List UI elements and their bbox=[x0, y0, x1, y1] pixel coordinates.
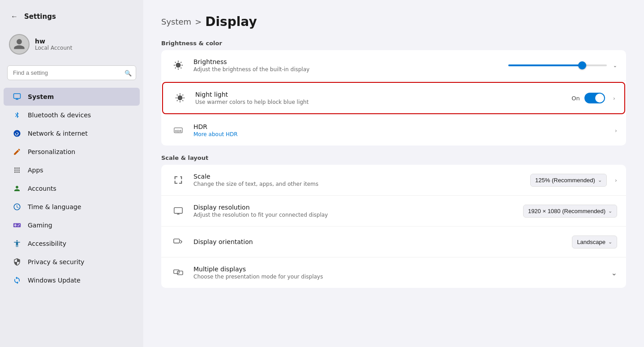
resolution-title: Display resolution bbox=[193, 204, 523, 211]
back-button[interactable]: ← bbox=[9, 11, 20, 22]
brightness-slider-wrap[interactable] bbox=[508, 64, 607, 66]
orientation-row[interactable]: Display orientation Landscape ⌄ bbox=[161, 227, 626, 257]
sidebar-item-apps[interactable]: Apps bbox=[4, 161, 140, 179]
sidebar-item-bluetooth[interactable]: Bluetooth & devices bbox=[4, 106, 140, 124]
resolution-dropdown[interactable]: 1920 × 1080 (Recommended) ⌄ bbox=[523, 205, 617, 218]
section-brightness-label: Brightness & color bbox=[161, 40, 626, 47]
sidebar-item-label-personalization: Personalization bbox=[28, 148, 75, 155]
scale-dropdown[interactable]: 125% (Recommended) ⌄ bbox=[530, 174, 607, 187]
search-box[interactable]: 🔍 bbox=[7, 65, 136, 80]
sidebar-item-label-privacy: Privacy & security bbox=[28, 258, 84, 266]
multiple-displays-chevron[interactable]: ⌄ bbox=[611, 269, 617, 277]
search-icon: 🔍 bbox=[125, 69, 132, 76]
night-light-icon bbox=[172, 90, 188, 106]
user-section: hw Local Account bbox=[0, 30, 143, 64]
brightness-control[interactable]: ⌄ bbox=[508, 63, 617, 69]
svg-rect-1 bbox=[16, 99, 18, 100]
night-light-control: On › bbox=[571, 93, 615, 103]
orientation-text: Display orientation bbox=[193, 238, 572, 245]
avatar bbox=[9, 34, 30, 55]
hdr-link[interactable]: More about HDR bbox=[193, 131, 611, 137]
night-light-row[interactable]: Night light Use warmer colors to help bl… bbox=[162, 82, 625, 114]
scale-text: Scale Change the size of text, apps, and… bbox=[193, 173, 530, 187]
scale-icon bbox=[170, 172, 186, 188]
sidebar-header: ← Settings bbox=[0, 7, 143, 30]
system-icon bbox=[13, 92, 21, 101]
update-icon bbox=[13, 276, 21, 285]
svg-rect-9 bbox=[174, 270, 179, 274]
sidebar-item-update[interactable]: Windows Update bbox=[4, 271, 140, 289]
scale-row[interactable]: Scale Change the size of text, apps, and… bbox=[161, 165, 626, 196]
resolution-row[interactable]: Display resolution Adjust the resolution… bbox=[161, 196, 626, 227]
scale-control[interactable]: 125% (Recommended) ⌄ › bbox=[530, 174, 617, 187]
account-type: Local Account bbox=[35, 45, 72, 51]
sidebar-item-label-accessibility: Accessibility bbox=[28, 240, 66, 247]
bluetooth-icon bbox=[13, 111, 21, 120]
gaming-icon bbox=[13, 221, 21, 230]
sidebar-item-gaming[interactable]: Gaming bbox=[4, 216, 140, 234]
personalization-icon bbox=[13, 147, 21, 156]
brightness-text: Brightness Adjust the brightness of the … bbox=[193, 58, 508, 73]
night-light-arrow: › bbox=[613, 95, 615, 102]
resolution-control[interactable]: 1920 × 1080 (Recommended) ⌄ bbox=[523, 205, 617, 218]
sidebar-item-accounts[interactable]: Accounts bbox=[4, 180, 140, 197]
night-light-toggle-label: On bbox=[571, 95, 580, 102]
accessibility-icon bbox=[13, 239, 21, 248]
sidebar-item-time[interactable]: Time & language bbox=[4, 198, 140, 216]
sidebar-item-network[interactable]: Network & internet bbox=[4, 124, 140, 142]
sidebar-item-personalization[interactable]: Personalization bbox=[4, 143, 140, 161]
orientation-value: Landscape bbox=[577, 239, 605, 245]
sidebar-nav: System Bluetooth & devices Network & int… bbox=[0, 87, 143, 290]
sidebar-item-accessibility[interactable]: Accessibility bbox=[4, 235, 140, 253]
brightness-title: Brightness bbox=[193, 58, 508, 65]
orientation-dropdown[interactable]: Landscape ⌄ bbox=[572, 236, 617, 248]
breadcrumb-system: System bbox=[161, 17, 191, 26]
breadcrumb: System > Display bbox=[161, 14, 626, 29]
scale-value: 125% (Recommended) bbox=[535, 177, 595, 184]
privacy-icon bbox=[13, 257, 21, 266]
main-content: System > Display Brightness & color Brig… bbox=[143, 0, 644, 347]
time-icon bbox=[13, 202, 21, 211]
hdr-title: HDR bbox=[193, 123, 611, 130]
hdr-row[interactable]: HDR HDR More about HDR › bbox=[161, 115, 626, 146]
network-icon bbox=[13, 129, 21, 138]
svg-text:HDR: HDR bbox=[175, 129, 182, 133]
sidebar-item-privacy[interactable]: Privacy & security bbox=[4, 253, 140, 271]
resolution-icon bbox=[170, 203, 186, 219]
night-light-toggle[interactable] bbox=[584, 93, 605, 103]
svg-rect-0 bbox=[14, 94, 21, 99]
brightness-slider-thumb[interactable] bbox=[578, 61, 586, 69]
sidebar-item-label-gaming: Gaming bbox=[28, 222, 52, 229]
settings-title: Settings bbox=[24, 13, 56, 21]
accounts-icon bbox=[13, 184, 21, 193]
brightness-row[interactable]: Brightness Adjust the brightness of the … bbox=[161, 50, 626, 81]
sidebar-item-label-bluetooth: Bluetooth & devices bbox=[28, 111, 91, 119]
sidebar-item-label-accounts: Accounts bbox=[28, 185, 56, 192]
brightness-desc: Adjust the brightness of the built-in di… bbox=[193, 66, 508, 73]
apps-icon bbox=[13, 166, 21, 175]
scale-desc: Change the size of text, apps, and other… bbox=[193, 181, 530, 187]
orientation-title: Display orientation bbox=[193, 238, 572, 245]
brightness-slider-track[interactable] bbox=[508, 64, 607, 66]
night-light-text: Night light Use warmer colors to help bl… bbox=[195, 91, 571, 105]
resolution-desc: Adjust the resolution to fit your connec… bbox=[193, 212, 523, 218]
user-icon bbox=[13, 38, 26, 51]
scale-chevron: ⌄ bbox=[598, 177, 602, 183]
multiple-displays-control[interactable]: ⌄ bbox=[610, 269, 617, 277]
hdr-control: › bbox=[611, 127, 617, 134]
scale-layout-card: Scale Change the size of text, apps, and… bbox=[161, 165, 626, 288]
brightness-chevron: ⌄ bbox=[613, 63, 617, 69]
brightness-slider-fill bbox=[508, 64, 582, 66]
orientation-control[interactable]: Landscape ⌄ bbox=[572, 236, 617, 248]
multiple-displays-desc: Choose the presentation mode for your di… bbox=[193, 274, 610, 280]
multiple-displays-row[interactable]: Multiple displays Choose the presentatio… bbox=[161, 257, 626, 288]
hdr-icon: HDR bbox=[170, 122, 186, 138]
username: hw bbox=[35, 38, 72, 45]
user-info: hw Local Account bbox=[35, 38, 72, 51]
multiple-displays-icon bbox=[170, 265, 186, 281]
search-input[interactable] bbox=[7, 65, 136, 80]
night-light-desc: Use warmer colors to help block blue lig… bbox=[195, 99, 571, 105]
svg-rect-5 bbox=[174, 208, 182, 214]
svg-rect-10 bbox=[177, 271, 183, 274]
sidebar-item-system[interactable]: System bbox=[4, 88, 140, 106]
